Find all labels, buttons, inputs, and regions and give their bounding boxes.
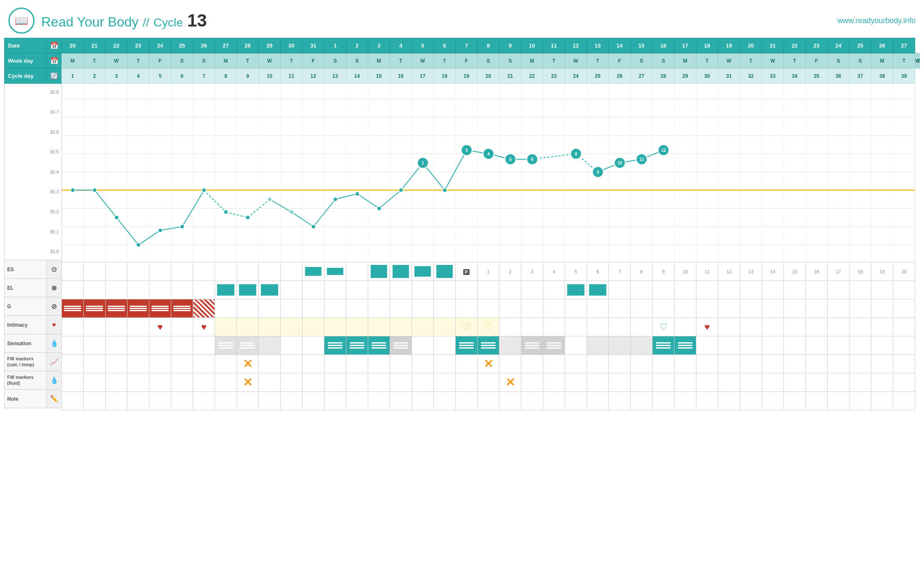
sensation-cell-0 [62, 336, 84, 355]
fwf-cell-22 [543, 373, 565, 392]
es-cell-19: 1 [478, 262, 499, 281]
header: 📖 Read Your Body // Cycle 13 www.readyou… [0, 0, 924, 38]
y-label-362: 36.2 [5, 209, 59, 214]
intimacy-cell-7 [215, 318, 237, 336]
sensation-label: Sensation [5, 334, 47, 353]
g-cell-36 [850, 299, 871, 318]
es-cell-32: 14 [762, 262, 784, 281]
es-cell-35: 17 [828, 262, 850, 281]
fwct-cell-13 [346, 355, 368, 373]
note-cell-31 [740, 392, 762, 410]
g-label: G [5, 297, 47, 316]
sensation-cell-2 [106, 336, 127, 355]
el-cell-11 [303, 281, 324, 299]
cycleday-cell-1: 2 [84, 69, 106, 84]
es-cell-14 [368, 262, 390, 281]
el-cell-10 [281, 281, 303, 299]
y-label-368: 36.8 [5, 90, 59, 95]
sensation-cell-28 [674, 336, 696, 355]
intimacy-cell-38 [893, 318, 915, 336]
el-data-row [62, 281, 920, 299]
es-cell-33: 15 [784, 262, 806, 281]
el-cell-28 [674, 281, 696, 299]
es-cell-9 [259, 262, 281, 281]
weekday-cell-17: T [434, 53, 456, 69]
intimacy-cell-2 [106, 318, 127, 336]
fwct-cell-4 [149, 355, 171, 373]
date-cell-13: 2 [346, 38, 368, 53]
date-cell-22: 11 [543, 38, 565, 53]
svg-point-80 [158, 228, 162, 233]
app-container: 📖 Read Your Body // Cycle 13 www.readyou… [0, 0, 924, 410]
cycleday-cell-13: 14 [346, 69, 368, 84]
note-cell-6 [193, 392, 215, 410]
sensation-cell-35 [828, 336, 850, 355]
intimacy-data-row: ♥♥♡♡♡♥ [62, 318, 920, 336]
sensation-cell-19 [478, 336, 499, 355]
sensation-cell-31 [740, 336, 762, 355]
intimacy-cell-3 [127, 318, 149, 336]
cycleday-cell-24: 25 [587, 69, 609, 84]
date-cell-1: 21 [84, 38, 106, 53]
fwct-cell-28 [674, 355, 696, 373]
fwf-cell-8: ✕ [237, 373, 259, 392]
g-cell-16 [412, 299, 434, 318]
date-cell-14: 3 [368, 38, 390, 53]
g-cell-18 [456, 299, 478, 318]
cycleday-cell-18: 19 [456, 69, 478, 84]
y-label-364: 36.4 [5, 169, 59, 174]
fwf-label: FW markers(fluid) [5, 371, 47, 390]
fwct-cell-20 [499, 355, 521, 373]
el-cell-2 [106, 281, 127, 299]
date-cell-33: 22 [784, 38, 806, 53]
table-container: Date 📅 Week day 📅 Cycle day 🔄 [4, 38, 920, 410]
cycleday-cell-0: 1 [62, 69, 84, 84]
intimacy-cell-5 [171, 318, 193, 336]
date-cell-20: 9 [499, 38, 521, 53]
intimacy-cell-24 [587, 318, 609, 336]
g-cell-20 [499, 299, 521, 318]
date-cell-0: 20 [62, 38, 84, 53]
fwf-cell-4 [149, 373, 171, 392]
date-cell-38: 27 [893, 38, 915, 53]
date-cell-10: 30 [281, 38, 303, 53]
website-link[interactable]: www.readyourbody.info [837, 16, 916, 25]
fwct-cell-18 [456, 355, 478, 373]
note-cell-27 [653, 392, 674, 410]
date-cell-36: 25 [850, 38, 871, 53]
fwf-cell-6 [193, 373, 215, 392]
intimacy-cell-37 [871, 318, 893, 336]
fwct-cell-25 [609, 355, 631, 373]
es-cell-34: 16 [806, 262, 828, 281]
date-label-row: Date 📅 [5, 38, 62, 53]
fwf-cell-29 [696, 373, 718, 392]
el-cell-33 [784, 281, 806, 299]
svg-point-83 [224, 210, 228, 214]
g-cell-33 [784, 299, 806, 318]
cycleday-cell-5: 6 [171, 69, 193, 84]
es-cell-36: 18 [850, 262, 871, 281]
cycle-label: Cycle [154, 16, 183, 29]
fwf-cell-32 [762, 373, 784, 392]
es-cell-5 [171, 262, 193, 281]
fwf-cell-26 [631, 373, 653, 392]
es-cell-3 [127, 262, 149, 281]
fwct-cell-22 [543, 355, 565, 373]
fwct-cell-6 [193, 355, 215, 373]
cycleday-cell-31: 32 [740, 69, 762, 84]
note-icon: ✏️ [47, 390, 62, 408]
fwct-cell-30 [718, 355, 740, 373]
cycleday-cell-29: 30 [696, 69, 718, 84]
note-cell-23 [565, 392, 587, 410]
intimacy-cell-33 [784, 318, 806, 336]
note-cell-35 [828, 392, 850, 410]
sensation-cell-4 [149, 336, 171, 355]
note-cell-12 [324, 392, 346, 410]
fwf-cell-38 [893, 373, 915, 392]
el-cell-18 [456, 281, 478, 299]
fwf-cell-27 [653, 373, 674, 392]
note-cell-19 [478, 392, 499, 410]
cycleday-cell-7: 8 [215, 69, 237, 84]
note-cell-32 [762, 392, 784, 410]
el-cell-30 [718, 281, 740, 299]
